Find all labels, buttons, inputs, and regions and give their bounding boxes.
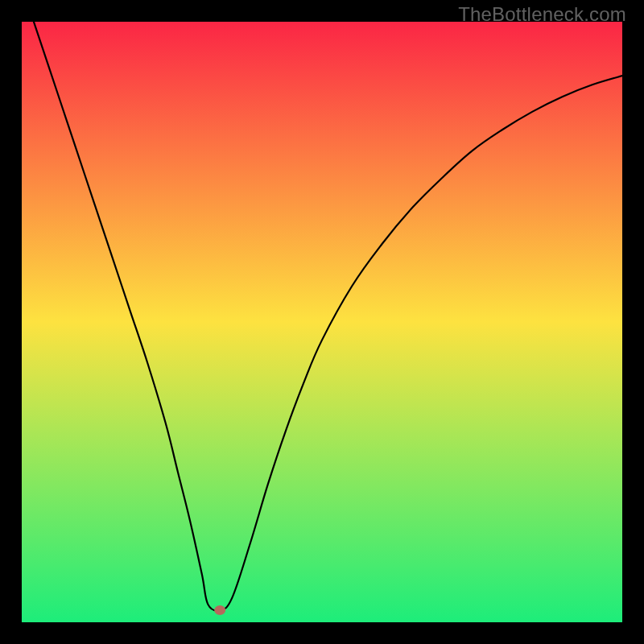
optimum-marker bbox=[214, 605, 225, 615]
plot-area bbox=[22, 22, 622, 622]
chart-frame: TheBottleneck.com bbox=[0, 0, 644, 644]
plot-svg bbox=[22, 22, 622, 622]
